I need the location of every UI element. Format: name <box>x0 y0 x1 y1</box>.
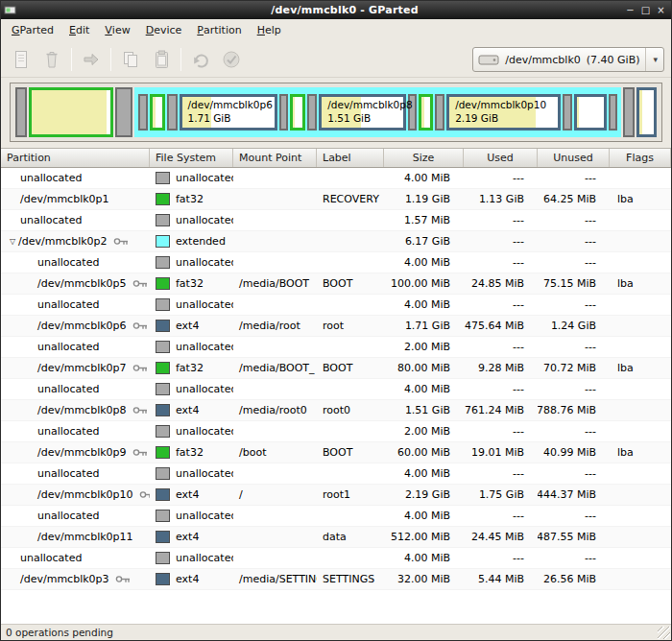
titlebar[interactable]: /dev/mmcblk0 - GParted − □ × <box>1 1 671 19</box>
diskbar-unallocated-segment[interactable] <box>609 94 617 131</box>
table-row-unallocated[interactable]: unallocatedunallocated2.00 MiB------ <box>1 337 671 358</box>
resize-grip[interactable] <box>658 627 670 639</box>
key-icon <box>139 490 150 499</box>
table-row-unallocated[interactable]: unallocatedunallocated4.00 MiB------ <box>1 506 671 527</box>
diskbar-unallocated-segment[interactable] <box>623 87 635 137</box>
label-cell <box>317 337 384 357</box>
apply-operations-button[interactable] <box>217 45 246 74</box>
unused-cell: 788.76 MiB <box>538 400 610 420</box>
filesystem-label: ext4 <box>176 573 199 585</box>
filesystem-cell: unallocated <box>150 421 233 441</box>
menu-gparted[interactable]: GParted <box>4 19 61 41</box>
device-size: (7.40 GiB) <box>587 54 640 66</box>
table-row-unallocated[interactable]: unallocatedunallocated4.00 MiB------ <box>1 463 671 485</box>
table-row-mmcblk0p11[interactable]: /dev/mmcblk0p11ext4data512.00 MiB24.45 M… <box>1 527 671 548</box>
minimize-button[interactable]: − <box>623 4 637 17</box>
filesystem-label: unallocated <box>176 425 233 438</box>
diskbar-fat32-partition[interactable] <box>150 94 166 131</box>
diskbar-partition-/dev/mmcblk0p10[interactable]: /dev/mmcblk0p102.19 GiB <box>446 94 561 131</box>
diskbar-unallocated-segment[interactable] <box>115 87 132 137</box>
new-partition-button[interactable] <box>7 45 36 74</box>
partition-name-cell: unallocated <box>1 463 150 484</box>
menu-view[interactable]: View <box>97 19 137 41</box>
column-header-used[interactable]: Used <box>464 149 538 167</box>
diskbar-fat32-partition[interactable] <box>29 87 113 137</box>
table-row-unallocated[interactable]: unallocatedunallocated1.57 MiB------ <box>1 210 671 231</box>
diskbar-unallocated-segment[interactable] <box>279 94 288 131</box>
diskbar-fat32-partition[interactable] <box>290 94 305 131</box>
partition-name-cell: unallocated <box>1 548 150 568</box>
column-header-partition[interactable]: Partition <box>1 149 150 167</box>
column-header-unused[interactable]: Unused <box>538 149 610 167</box>
paste-partition-button[interactable] <box>147 45 176 74</box>
filesystem-label: unallocated <box>176 256 233 269</box>
column-header-file-system[interactable]: File System <box>150 149 233 167</box>
diskbar-unallocated-segment[interactable] <box>563 94 572 131</box>
diskbar-partition-/dev/mmcblk0p8[interactable]: /dev/mmcblk0p81.51 GiB <box>319 94 406 131</box>
column-header-flags[interactable]: Flags <box>610 149 671 167</box>
table-row-mmcblk0p5[interactable]: /dev/mmcblk0p5fat32/media/BOOTBOOT100.00… <box>1 273 671 295</box>
copy-partition-button[interactable] <box>116 45 145 74</box>
filesystem-color-swatch <box>156 172 170 184</box>
column-header-size[interactable]: Size <box>384 149 464 167</box>
partition-name: /dev/mmcblk0p10 <box>37 488 133 501</box>
diskbar-ext4-partition[interactable] <box>636 87 657 137</box>
partition-name-cell: /dev/mmcblk0p1 <box>1 189 150 209</box>
key-icon <box>115 575 131 583</box>
size-cell: 4.00 MiB <box>384 548 464 568</box>
menu-help[interactable]: Help <box>250 19 289 41</box>
resize-move-button[interactable] <box>77 45 106 74</box>
table-row-unallocated[interactable]: unallocatedunallocated4.00 MiB------ <box>1 548 671 569</box>
column-header-mount-point[interactable]: Mount Point <box>233 149 317 167</box>
label-cell <box>317 421 384 441</box>
menu-partition[interactable]: Partition <box>189 19 249 41</box>
table-row-mmcblk0p1[interactable]: /dev/mmcblk0p1fat32RECOVERY1.19 GiB1.13 … <box>1 189 671 210</box>
filesystem-label: unallocated <box>176 383 233 395</box>
table-row-mmcblk0p3[interactable]: /dev/mmcblk0p3ext4/media/SETTINGSSETTING… <box>1 569 671 590</box>
table-row-unallocated[interactable]: unallocatedunallocated4.00 MiB------ <box>1 168 671 189</box>
delete-partition-button[interactable] <box>37 45 66 74</box>
table-row-mmcblk0p6[interactable]: /dev/mmcblk0p6ext4/media/rootroot1.71 Gi… <box>1 316 671 337</box>
diskbar-fat32-partition[interactable] <box>419 94 433 131</box>
diskbar-partition-/dev/mmcblk0p6[interactable]: /dev/mmcblk0p61.71 GiB <box>180 94 278 131</box>
diskbar-unallocated-segment[interactable] <box>138 94 148 131</box>
filesystem-cell: unallocated <box>150 379 233 399</box>
mount-point-cell <box>233 210 317 230</box>
table-row-unallocated[interactable]: unallocatedunallocated4.00 MiB------ <box>1 295 671 316</box>
diskbar-unallocated-segment[interactable] <box>307 94 317 131</box>
diskbar-unallocated-segment[interactable] <box>435 94 444 131</box>
diskbar-unallocated-segment[interactable] <box>15 87 27 137</box>
label-cell <box>317 231 384 251</box>
unused-cell: --- <box>538 548 610 568</box>
table-row-mmcblk0p10[interactable]: /dev/mmcblk0p10ext4/root12.19 GiB1.75 Gi… <box>1 485 671 506</box>
menu-device[interactable]: Device <box>138 19 190 41</box>
diskbar-unallocated-segment[interactable] <box>167 94 177 131</box>
undo-operation-button[interactable] <box>186 45 215 74</box>
size-cell: 4.00 MiB <box>384 463 464 484</box>
filesystem-label: unallocated <box>176 552 233 564</box>
label-cell: root0 <box>317 400 384 420</box>
used-cell: --- <box>464 421 538 441</box>
table-row-mmcblk0p8[interactable]: /dev/mmcblk0p8ext4/media/root0root01.51 … <box>1 400 671 421</box>
diskbar-extended-partition[interactable]: /dev/mmcblk0p61.71 GiB/dev/mmcblk0p81.51… <box>134 87 621 137</box>
maximize-button[interactable]: □ <box>638 4 653 17</box>
menu-edit[interactable]: Edit <box>61 19 97 41</box>
filesystem-label: unallocated <box>176 341 233 353</box>
partition-table: unallocatedunallocated4.00 MiB------/dev… <box>1 168 671 624</box>
table-row-mmcblk0p2[interactable]: ▽/dev/mmcblk0p2extended6.17 GiB------ <box>1 231 671 252</box>
column-header-label[interactable]: Label <box>317 149 384 167</box>
diskbar-ext4-partition[interactable] <box>574 94 606 131</box>
table-row-mmcblk0p9[interactable]: /dev/mmcblk0p9fat32/bootBOOT60.00 MiB19.… <box>1 442 671 463</box>
close-button[interactable]: × <box>654 4 668 17</box>
device-selector[interactable]: /dev/mmcblk0 (7.40 GiB) ▾ <box>472 47 664 72</box>
table-row-unallocated[interactable]: unallocatedunallocated2.00 MiB------ <box>1 421 671 442</box>
table-row-mmcblk0p7[interactable]: /dev/mmcblk0p7fat32/media/BOOT_BOOT80.00… <box>1 358 671 379</box>
filesystem-color-swatch <box>156 446 170 459</box>
label-cell: BOOT <box>317 273 384 294</box>
used-cell: --- <box>464 337 538 357</box>
table-row-unallocated[interactable]: unallocatedunallocated4.00 MiB------ <box>1 379 671 400</box>
chevron-down-icon[interactable]: ▾ <box>645 48 661 71</box>
table-row-unallocated[interactable]: unallocatedunallocated4.00 MiB------ <box>1 252 671 273</box>
expander-open-icon[interactable]: ▽ <box>7 237 18 246</box>
filesystem-label: ext4 <box>176 320 199 332</box>
